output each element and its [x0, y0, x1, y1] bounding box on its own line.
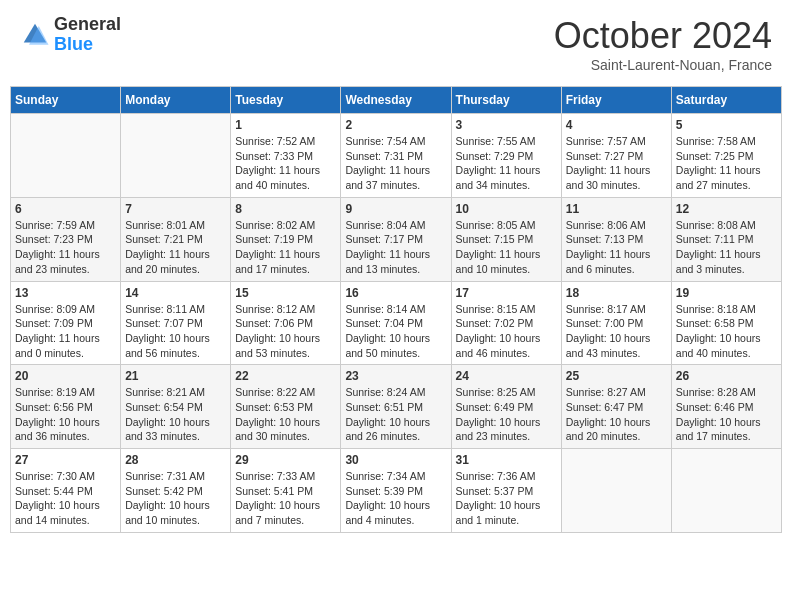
day-info: Sunrise: 7:59 AM Sunset: 7:23 PM Dayligh…	[15, 218, 116, 277]
day-info: Sunrise: 8:04 AM Sunset: 7:17 PM Dayligh…	[345, 218, 446, 277]
day-number: 5	[676, 118, 777, 132]
calendar-cell: 18Sunrise: 8:17 AM Sunset: 7:00 PM Dayli…	[561, 281, 671, 365]
day-number: 27	[15, 453, 116, 467]
day-number: 6	[15, 202, 116, 216]
day-info: Sunrise: 8:15 AM Sunset: 7:02 PM Dayligh…	[456, 302, 557, 361]
logo-icon	[20, 20, 50, 50]
page-header: General Blue October 2024 Saint-Laurent-…	[10, 10, 782, 78]
day-number: 9	[345, 202, 446, 216]
month-title: October 2024	[554, 15, 772, 57]
calendar-week-row: 13Sunrise: 8:09 AM Sunset: 7:09 PM Dayli…	[11, 281, 782, 365]
calendar-cell: 22Sunrise: 8:22 AM Sunset: 6:53 PM Dayli…	[231, 365, 341, 449]
day-number: 8	[235, 202, 336, 216]
calendar-cell	[561, 449, 671, 533]
calendar-cell: 20Sunrise: 8:19 AM Sunset: 6:56 PM Dayli…	[11, 365, 121, 449]
day-info: Sunrise: 7:54 AM Sunset: 7:31 PM Dayligh…	[345, 134, 446, 193]
day-info: Sunrise: 7:58 AM Sunset: 7:25 PM Dayligh…	[676, 134, 777, 193]
day-info: Sunrise: 8:09 AM Sunset: 7:09 PM Dayligh…	[15, 302, 116, 361]
day-info: Sunrise: 8:01 AM Sunset: 7:21 PM Dayligh…	[125, 218, 226, 277]
calendar-cell: 5Sunrise: 7:58 AM Sunset: 7:25 PM Daylig…	[671, 114, 781, 198]
day-number: 2	[345, 118, 446, 132]
day-info: Sunrise: 8:02 AM Sunset: 7:19 PM Dayligh…	[235, 218, 336, 277]
day-number: 25	[566, 369, 667, 383]
logo-general: General	[54, 15, 121, 35]
day-info: Sunrise: 8:18 AM Sunset: 6:58 PM Dayligh…	[676, 302, 777, 361]
calendar-cell: 13Sunrise: 8:09 AM Sunset: 7:09 PM Dayli…	[11, 281, 121, 365]
calendar-cell: 2Sunrise: 7:54 AM Sunset: 7:31 PM Daylig…	[341, 114, 451, 198]
day-number: 18	[566, 286, 667, 300]
calendar-week-row: 20Sunrise: 8:19 AM Sunset: 6:56 PM Dayli…	[11, 365, 782, 449]
calendar-cell: 8Sunrise: 8:02 AM Sunset: 7:19 PM Daylig…	[231, 197, 341, 281]
day-info: Sunrise: 7:55 AM Sunset: 7:29 PM Dayligh…	[456, 134, 557, 193]
day-info: Sunrise: 8:06 AM Sunset: 7:13 PM Dayligh…	[566, 218, 667, 277]
day-number: 28	[125, 453, 226, 467]
day-number: 4	[566, 118, 667, 132]
title-block: October 2024 Saint-Laurent-Nouan, France	[554, 15, 772, 73]
day-number: 20	[15, 369, 116, 383]
calendar-cell: 21Sunrise: 8:21 AM Sunset: 6:54 PM Dayli…	[121, 365, 231, 449]
calendar-cell: 7Sunrise: 8:01 AM Sunset: 7:21 PM Daylig…	[121, 197, 231, 281]
day-number: 29	[235, 453, 336, 467]
day-info: Sunrise: 8:11 AM Sunset: 7:07 PM Dayligh…	[125, 302, 226, 361]
day-number: 30	[345, 453, 446, 467]
day-number: 1	[235, 118, 336, 132]
calendar-week-row: 1Sunrise: 7:52 AM Sunset: 7:33 PM Daylig…	[11, 114, 782, 198]
day-number: 3	[456, 118, 557, 132]
day-number: 11	[566, 202, 667, 216]
calendar-cell: 1Sunrise: 7:52 AM Sunset: 7:33 PM Daylig…	[231, 114, 341, 198]
calendar-cell: 11Sunrise: 8:06 AM Sunset: 7:13 PM Dayli…	[561, 197, 671, 281]
logo-text: General Blue	[54, 15, 121, 55]
calendar-cell: 12Sunrise: 8:08 AM Sunset: 7:11 PM Dayli…	[671, 197, 781, 281]
calendar-cell: 4Sunrise: 7:57 AM Sunset: 7:27 PM Daylig…	[561, 114, 671, 198]
calendar-cell: 10Sunrise: 8:05 AM Sunset: 7:15 PM Dayli…	[451, 197, 561, 281]
calendar-cell: 28Sunrise: 7:31 AM Sunset: 5:42 PM Dayli…	[121, 449, 231, 533]
calendar-cell: 6Sunrise: 7:59 AM Sunset: 7:23 PM Daylig…	[11, 197, 121, 281]
day-info: Sunrise: 7:57 AM Sunset: 7:27 PM Dayligh…	[566, 134, 667, 193]
calendar-cell	[671, 449, 781, 533]
weekday-header-tuesday: Tuesday	[231, 87, 341, 114]
day-info: Sunrise: 8:22 AM Sunset: 6:53 PM Dayligh…	[235, 385, 336, 444]
location-subtitle: Saint-Laurent-Nouan, France	[554, 57, 772, 73]
calendar-cell	[121, 114, 231, 198]
day-info: Sunrise: 7:34 AM Sunset: 5:39 PM Dayligh…	[345, 469, 446, 528]
day-info: Sunrise: 7:30 AM Sunset: 5:44 PM Dayligh…	[15, 469, 116, 528]
day-info: Sunrise: 7:36 AM Sunset: 5:37 PM Dayligh…	[456, 469, 557, 528]
day-number: 26	[676, 369, 777, 383]
weekday-header-sunday: Sunday	[11, 87, 121, 114]
day-info: Sunrise: 8:19 AM Sunset: 6:56 PM Dayligh…	[15, 385, 116, 444]
day-number: 24	[456, 369, 557, 383]
calendar-cell: 30Sunrise: 7:34 AM Sunset: 5:39 PM Dayli…	[341, 449, 451, 533]
day-info: Sunrise: 8:21 AM Sunset: 6:54 PM Dayligh…	[125, 385, 226, 444]
day-number: 13	[15, 286, 116, 300]
calendar-cell	[11, 114, 121, 198]
day-number: 23	[345, 369, 446, 383]
calendar-cell: 17Sunrise: 8:15 AM Sunset: 7:02 PM Dayli…	[451, 281, 561, 365]
calendar-week-row: 6Sunrise: 7:59 AM Sunset: 7:23 PM Daylig…	[11, 197, 782, 281]
calendar-cell: 14Sunrise: 8:11 AM Sunset: 7:07 PM Dayli…	[121, 281, 231, 365]
calendar-cell: 26Sunrise: 8:28 AM Sunset: 6:46 PM Dayli…	[671, 365, 781, 449]
day-number: 7	[125, 202, 226, 216]
day-info: Sunrise: 8:08 AM Sunset: 7:11 PM Dayligh…	[676, 218, 777, 277]
weekday-header-friday: Friday	[561, 87, 671, 114]
day-number: 21	[125, 369, 226, 383]
calendar-cell: 27Sunrise: 7:30 AM Sunset: 5:44 PM Dayli…	[11, 449, 121, 533]
weekday-header-thursday: Thursday	[451, 87, 561, 114]
day-info: Sunrise: 7:33 AM Sunset: 5:41 PM Dayligh…	[235, 469, 336, 528]
day-info: Sunrise: 8:25 AM Sunset: 6:49 PM Dayligh…	[456, 385, 557, 444]
calendar-cell: 19Sunrise: 8:18 AM Sunset: 6:58 PM Dayli…	[671, 281, 781, 365]
day-info: Sunrise: 7:31 AM Sunset: 5:42 PM Dayligh…	[125, 469, 226, 528]
logo-blue: Blue	[54, 35, 121, 55]
calendar-week-row: 27Sunrise: 7:30 AM Sunset: 5:44 PM Dayli…	[11, 449, 782, 533]
calendar-cell: 15Sunrise: 8:12 AM Sunset: 7:06 PM Dayli…	[231, 281, 341, 365]
day-number: 16	[345, 286, 446, 300]
day-info: Sunrise: 8:17 AM Sunset: 7:00 PM Dayligh…	[566, 302, 667, 361]
day-number: 17	[456, 286, 557, 300]
calendar-cell: 16Sunrise: 8:14 AM Sunset: 7:04 PM Dayli…	[341, 281, 451, 365]
weekday-header-monday: Monday	[121, 87, 231, 114]
day-number: 14	[125, 286, 226, 300]
weekday-header-row: SundayMondayTuesdayWednesdayThursdayFrid…	[11, 87, 782, 114]
calendar-table: SundayMondayTuesdayWednesdayThursdayFrid…	[10, 86, 782, 533]
day-number: 19	[676, 286, 777, 300]
day-info: Sunrise: 8:27 AM Sunset: 6:47 PM Dayligh…	[566, 385, 667, 444]
logo: General Blue	[20, 15, 121, 55]
